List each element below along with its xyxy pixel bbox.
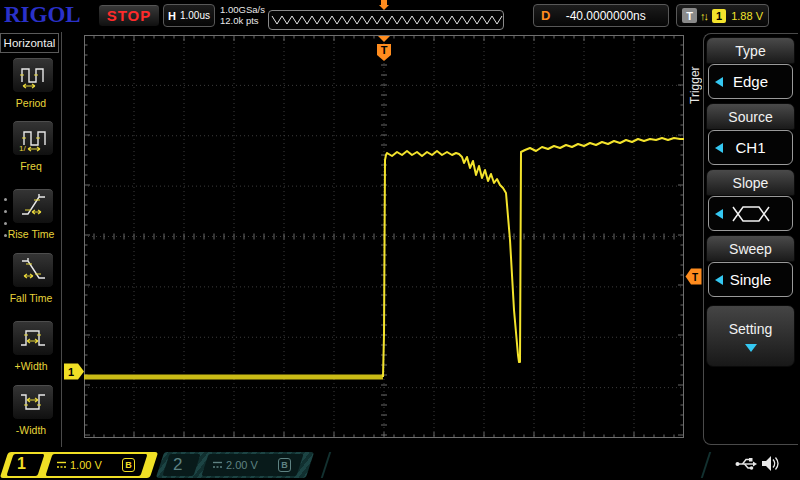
trigger-sweep-softkey[interactable]: Single	[708, 262, 793, 297]
minus-width-icon	[18, 387, 48, 417]
scroll-indicator-dot	[4, 234, 7, 237]
menu-item-minus-width-label: -Width	[0, 424, 62, 436]
scroll-indicator-dot	[4, 198, 7, 201]
chevron-down-icon	[745, 344, 757, 352]
menu-item-freq-label: Freq	[0, 160, 62, 172]
oscilloscope-screen: RIGOL STOP H 1.00us 1.00GSa/s 12.0k pts …	[0, 0, 800, 480]
channel1-number: 1	[17, 455, 26, 473]
softkey-left-arrow-icon	[715, 209, 723, 219]
channel1-scale: 1.00 V	[70, 459, 102, 471]
trigger-source-label: Source	[706, 103, 795, 130]
menu-item-fall-time-label: Fall Time	[0, 292, 62, 304]
trigger-type-value: Edge	[733, 73, 768, 90]
delay-label: D	[541, 8, 550, 23]
beeper-icon	[760, 454, 779, 473]
softkey-left-arrow-icon	[715, 77, 723, 87]
svg-text:1/: 1/	[19, 144, 26, 153]
trigger-level-marker[interactable]: T	[685, 268, 702, 285]
run-state-label: STOP	[107, 7, 152, 24]
menu-item-rise-time-label: Rise Time	[0, 228, 62, 240]
scroll-indicator-dot	[4, 210, 7, 213]
trigger-status-box[interactable]: T ↑↓ 1 1.88 V	[676, 4, 769, 27]
menu-item-period-label: Period	[0, 97, 62, 109]
waveform-preview-bar	[268, 10, 504, 30]
trigger-delay-box[interactable]: D -40.0000000ns	[533, 4, 669, 27]
trigger-sweep-value: Single	[730, 271, 772, 288]
dc-coupling-icon	[56, 461, 67, 469]
freq-icon: 1/	[18, 123, 48, 153]
acquisition-info: 1.00GSa/s 12.0k pts	[220, 4, 265, 26]
trigger-slope-label: Slope	[706, 169, 795, 196]
menu-item-fall-time[interactable]	[12, 252, 54, 288]
channel2-tab[interactable]: 2 2.00 V B	[160, 452, 310, 478]
channel2-bandwidth-badge: B	[278, 458, 291, 472]
usb-icon	[735, 456, 757, 471]
menu-item-freq[interactable]: 1/	[12, 120, 54, 156]
right-menu-tab-trigger: Trigger	[688, 50, 702, 120]
softkey-left-arrow-icon	[715, 143, 723, 153]
menu-item-minus-width[interactable]	[12, 384, 54, 420]
rigol-logo: RIGOL	[4, 2, 81, 28]
timebase-value: 1.00us	[180, 10, 210, 21]
rise-time-icon	[18, 191, 48, 221]
trigger-source-badge: 1	[712, 9, 726, 23]
channel1-bandwidth-badge: B	[122, 458, 135, 472]
trigger-position-flag: T	[377, 36, 391, 61]
plus-width-icon	[18, 323, 48, 353]
softkey-left-arrow-icon	[715, 275, 723, 285]
trigger-slope-softkey[interactable]	[708, 196, 793, 231]
channel1-tab[interactable]: 1 1.00 V B	[4, 452, 154, 478]
waveform-display: T	[84, 35, 684, 438]
trigger-sweep-label: Sweep	[706, 235, 795, 262]
trigger-source-value: CH1	[735, 139, 765, 156]
memory-depth: 12.0k pts	[220, 15, 265, 26]
trigger-setting-softkey[interactable]: Setting	[706, 305, 795, 367]
setting-label: Setting	[729, 321, 773, 337]
horizontal-label: H	[168, 10, 176, 22]
scroll-indicator-dot	[4, 222, 7, 225]
channel2-number: 2	[173, 455, 182, 475]
left-menu-title: Horizontal	[0, 33, 59, 53]
trigger-type-softkey[interactable]: Edge	[708, 64, 793, 99]
period-icon	[18, 60, 48, 90]
trigger-label: T	[682, 8, 697, 23]
svg-text:T: T	[692, 272, 698, 283]
menu-item-rise-time[interactable]	[12, 188, 54, 224]
trigger-type-label: Type	[706, 37, 795, 64]
dc-coupling-icon	[212, 461, 223, 469]
trigger-position-pointer-icon[interactable]	[374, 0, 394, 10]
menu-item-period[interactable]	[12, 57, 54, 93]
slope-both-edges-icon	[730, 203, 772, 225]
delay-value: -40.0000000ns	[550, 9, 661, 23]
trigger-source-softkey[interactable]: CH1	[708, 130, 793, 165]
svg-text:T: T	[381, 44, 388, 56]
channel2-scale: 2.00 V	[226, 459, 258, 471]
trigger-slope-both-icon: ↑↓	[700, 10, 707, 22]
sample-rate: 1.00GSa/s	[220, 4, 265, 15]
channel1-ground-marker[interactable]: 1	[64, 363, 85, 380]
svg-text:1: 1	[68, 366, 74, 378]
preview-zigzag-wave	[269, 11, 503, 29]
menu-item-plus-width-label: +Width	[0, 360, 62, 372]
run-state-button[interactable]: STOP	[98, 4, 160, 27]
menu-item-plus-width[interactable]	[12, 320, 54, 356]
fall-time-icon	[18, 255, 48, 285]
horizontal-timebase-box[interactable]: H 1.00us	[163, 4, 215, 27]
trigger-level-value: 1.88 V	[729, 10, 763, 22]
